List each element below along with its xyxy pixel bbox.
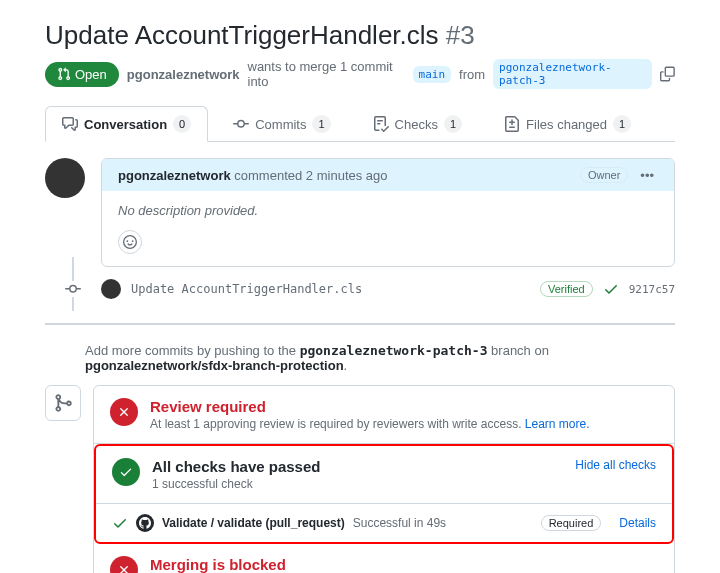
tab-commits-label: Commits [255, 117, 306, 132]
required-label: Required [541, 515, 602, 531]
check-icon [119, 465, 133, 479]
check-run-row: Validate / validate (pull_request) Succe… [96, 504, 672, 542]
commit-hash[interactable]: 9217c57 [629, 283, 675, 296]
head-branch[interactable]: pgonzaleznetwork-patch-3 [493, 59, 652, 89]
github-actions-icon [136, 514, 154, 532]
tab-files[interactable]: Files changed 1 [487, 106, 648, 142]
base-branch[interactable]: main [413, 66, 452, 83]
git-merge-icon [53, 393, 73, 413]
hide-checks-link[interactable]: Hide all checks [575, 458, 656, 472]
commit-timeline-item: Update AccountTriggerHandler.cls Verifie… [45, 267, 675, 311]
pr-title: Update AccountTriggerHandler.cls #3 [45, 20, 675, 51]
comment-menu-button[interactable]: ••• [636, 168, 658, 183]
tab-conversation-count: 0 [173, 115, 191, 133]
git-commit-icon [233, 116, 249, 132]
pr-meta: Open pgonzaleznetwork wants to merge 1 c… [45, 59, 675, 89]
tab-checks[interactable]: Checks 1 [356, 106, 479, 142]
merge-status-box: Review required At least 1 approving rev… [93, 385, 675, 573]
learn-more-link[interactable]: Learn more. [525, 417, 590, 431]
tab-files-label: Files changed [526, 117, 607, 132]
merging-blocked-icon [110, 556, 138, 573]
check-icon [112, 515, 128, 531]
check-icon [603, 281, 619, 297]
git-commit-icon [65, 281, 81, 297]
review-required-title: Review required [150, 398, 658, 415]
review-required-icon [110, 398, 138, 426]
tab-conversation[interactable]: Conversation 0 [45, 106, 208, 142]
tab-files-count: 1 [613, 115, 631, 133]
divider [45, 323, 675, 325]
pr-number: #3 [446, 20, 475, 50]
file-diff-icon [504, 116, 520, 132]
smiley-icon [123, 235, 137, 249]
pr-state-label: Open [75, 67, 107, 82]
push-hint-repo: pgonzaleznetwork/sfdx-branch-protection [85, 358, 344, 373]
checks-passed-desc: 1 successful check [152, 477, 563, 491]
comment-box: pgonzaleznetwork commented 2 minutes ago… [101, 158, 675, 267]
check-run-name[interactable]: Validate / validate (pull_request) [162, 516, 345, 530]
tab-checks-label: Checks [395, 117, 438, 132]
x-icon [117, 563, 131, 573]
check-details-link[interactable]: Details [619, 516, 656, 530]
comment-timeline-item: pgonzaleznetwork commented 2 minutes ago… [45, 158, 675, 267]
copy-icon[interactable] [660, 66, 675, 82]
x-icon [117, 405, 131, 419]
pr-title-text: Update AccountTriggerHandler.cls [45, 20, 439, 50]
comment-action: commented [234, 168, 302, 183]
comment-body: No description provided. [102, 191, 674, 230]
pr-state-badge: Open [45, 62, 119, 87]
checklist-icon [373, 116, 389, 132]
comment-discussion-icon [62, 116, 78, 132]
review-required-section: Review required At least 1 approving rev… [94, 386, 674, 444]
comment-author[interactable]: pgonzaleznetwork [118, 168, 231, 183]
verified-badge[interactable]: Verified [540, 281, 593, 297]
comment-header: pgonzaleznetwork commented 2 minutes ago… [102, 159, 674, 191]
commit-message[interactable]: Update AccountTriggerHandler.cls [131, 282, 362, 296]
push-hint-branch: pgonzaleznetwork-patch-3 [300, 343, 488, 358]
checks-passed-section: All checks have passed 1 successful chec… [96, 446, 672, 504]
merging-blocked-section: Merging is blocked Merging can be perfor… [94, 544, 674, 573]
review-required-desc: At least 1 approving review is required … [150, 417, 521, 431]
tab-commits-count: 1 [312, 115, 330, 133]
checks-passed-icon [112, 458, 140, 486]
tab-conversation-label: Conversation [84, 117, 167, 132]
checks-passed-title: All checks have passed [152, 458, 563, 475]
git-pull-request-icon [57, 67, 71, 81]
pr-author[interactable]: pgonzaleznetwork [127, 67, 240, 82]
push-commits-hint: Add more commits by pushing to the pgonz… [85, 343, 675, 373]
commit-author-avatar[interactable] [101, 279, 121, 299]
tab-commits[interactable]: Commits 1 [216, 106, 347, 142]
owner-badge: Owner [580, 167, 628, 183]
check-run-status: Successful in 49s [353, 516, 446, 530]
comment-author-avatar[interactable] [45, 158, 85, 198]
comment-time[interactable]: 2 minutes ago [306, 168, 388, 183]
merge-phrase-1: wants to merge 1 commit into [248, 59, 405, 89]
checks-highlight-annotation: All checks have passed 1 successful chec… [94, 444, 674, 544]
tab-checks-count: 1 [444, 115, 462, 133]
merging-blocked-title: Merging is blocked [150, 556, 658, 573]
git-merge-status-icon [45, 385, 81, 421]
tab-nav: Conversation 0 Commits 1 Checks 1 Files … [45, 105, 675, 142]
mark-github-icon [139, 517, 151, 529]
merge-phrase-2: from [459, 67, 485, 82]
add-reaction-button[interactable] [118, 230, 142, 254]
